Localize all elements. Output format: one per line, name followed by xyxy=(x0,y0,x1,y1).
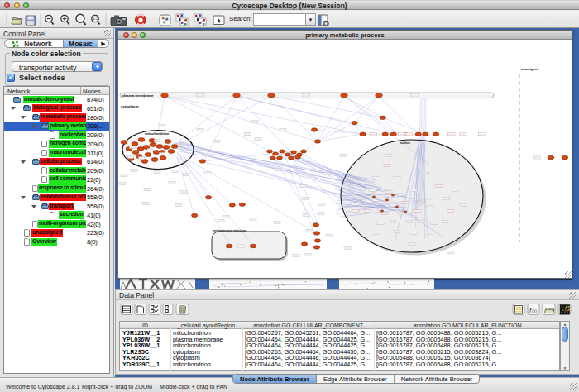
svg-text:1:1: 1:1 xyxy=(93,17,98,21)
svg-text:mitochondrion: mitochondrion xyxy=(145,131,170,136)
svg-text:endoplasmic reticulum: endoplasmic reticulum xyxy=(213,229,247,232)
svg-text:plasma membrane: plasma membrane xyxy=(122,93,154,98)
svg-text:nucleus: nucleus xyxy=(400,141,410,145)
svg-text:(x): (x) xyxy=(532,308,537,313)
svg-text:unassigned: unassigned xyxy=(521,68,539,71)
svg-text:cytoplasm: cytoplasm xyxy=(121,104,139,108)
